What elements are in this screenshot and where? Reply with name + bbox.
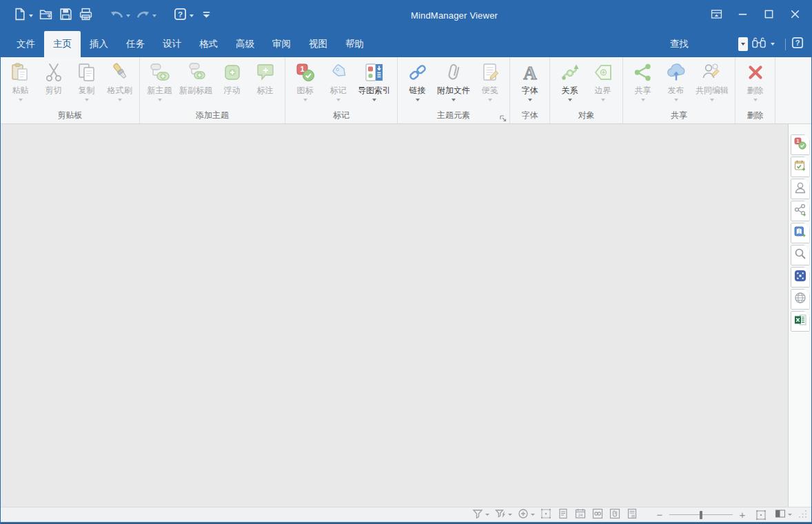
new-subtopic-button-label: 新副标题 (179, 85, 212, 96)
paste-button[interactable]: 粘贴 (4, 59, 37, 101)
link-button[interactable]: 链接 (401, 59, 434, 101)
find-dropdown-button[interactable] (738, 37, 748, 51)
zoom-slider-thumb[interactable] (700, 511, 702, 519)
tab-format[interactable]: 格式 (190, 31, 227, 57)
relationship-button-label: 关系 (562, 85, 578, 96)
web-pane[interactable] (791, 289, 810, 310)
delete-button[interactable]: 删除 (739, 59, 771, 101)
select-marquee-button[interactable] (540, 507, 552, 523)
svg-text:A: A (523, 63, 537, 83)
index-pane[interactable] (791, 223, 810, 243)
tab-design[interactable]: 设计 (154, 31, 190, 57)
search-pane[interactable] (791, 245, 810, 265)
presentation-pane[interactable] (791, 267, 810, 288)
chevron-down-icon (788, 514, 792, 516)
sb-marker-icon: 1 (793, 137, 807, 153)
minimize-button[interactable] (734, 8, 751, 24)
fit-map-button[interactable] (755, 509, 767, 521)
font-button[interactable]: A字体 (514, 59, 546, 101)
publish-button[interactable]: 发布 (660, 59, 692, 101)
new-subtopic-button[interactable]: 新副标题 (176, 59, 215, 96)
callout-button[interactable]: 标注 (249, 59, 281, 96)
chevron-down-icon (85, 99, 89, 101)
callout-icon (254, 61, 276, 83)
qat-undo-icon (110, 7, 124, 24)
resources-pane[interactable] (791, 179, 810, 199)
icon-markers-button-label: 图标 (297, 85, 314, 96)
task-dates-button[interactable]: 24 (574, 507, 587, 523)
save-button[interactable] (57, 6, 75, 26)
svg-text:24: 24 (578, 513, 583, 517)
excel-export-pane[interactable] (791, 311, 810, 332)
icon-markers-button[interactable]: 1图标 (289, 59, 321, 101)
undo-button[interactable] (108, 6, 132, 26)
redo-button[interactable] (134, 6, 159, 26)
chevron-down-icon (753, 99, 758, 101)
svg-text:?: ? (178, 10, 183, 19)
chevron-down-icon (641, 99, 645, 101)
new-topic-button[interactable]: 新主题 (143, 59, 176, 101)
maximize-button[interactable] (760, 8, 777, 24)
chevron-down-icon (336, 99, 341, 101)
new-document-button[interactable] (10, 6, 35, 26)
relationship-button[interactable]: 关系 (554, 59, 586, 101)
format-painter-button[interactable]: 格式刷 (103, 59, 136, 101)
help-button[interactable]: ? (171, 6, 196, 26)
notes-button-label: 便笺 (482, 85, 498, 96)
share-button[interactable]: 共享 (627, 59, 659, 101)
chevron-down-icon (488, 99, 492, 101)
filter-button[interactable] (471, 507, 489, 523)
quick-add-button[interactable] (517, 507, 535, 523)
win-max-icon (762, 8, 775, 23)
chevron-down-icon (771, 43, 775, 46)
search-binoculars-button[interactable] (751, 36, 775, 52)
zoom-slider[interactable] (669, 510, 733, 520)
print-button[interactable] (77, 6, 95, 26)
tab-advanced[interactable]: 高级 (227, 31, 263, 57)
boundary-button[interactable]: 边界 (587, 59, 619, 101)
map-parts-pane[interactable] (791, 201, 810, 221)
chevron-down-icon (674, 99, 678, 101)
topic-notes-button[interactable] (557, 507, 569, 523)
zoom-in-button[interactable]: + (737, 509, 748, 521)
task-info-button[interactable] (626, 507, 638, 523)
dialog-launcher-icon[interactable] (499, 113, 507, 121)
map-index-button[interactable]: 导图索引 (355, 59, 394, 101)
map-canvas[interactable] (1, 124, 788, 507)
st-marquee-icon (540, 507, 552, 523)
close-button[interactable] (786, 8, 803, 24)
task-info-pane[interactable] (791, 157, 810, 177)
cut-button[interactable]: 剪切 (37, 59, 70, 96)
resize-grip[interactable] (798, 509, 807, 521)
find-label[interactable]: 查找 (670, 38, 689, 50)
attachments-button[interactable] (609, 507, 621, 523)
power-filter-button[interactable] (494, 507, 512, 523)
tab-home[interactable]: 主页 (44, 31, 81, 57)
floating-topic-button[interactable]: 浮动 (216, 59, 248, 96)
marker-index-pane[interactable]: 1 (791, 134, 810, 155)
copy-button[interactable]: 复制 (70, 59, 103, 101)
hyperlinks-button[interactable] (591, 507, 604, 523)
notes-button[interactable]: 便笺 (474, 59, 506, 101)
attachment-button[interactable]: 附加文件 (434, 59, 473, 101)
open-file-button[interactable] (37, 6, 55, 26)
tags-button[interactable]: 标记 (322, 59, 354, 101)
share-group: 共享发布共同编辑共享 (623, 57, 735, 123)
tab-review[interactable]: 审阅 (263, 31, 300, 57)
ribbon-help-button[interactable]: ? (791, 36, 804, 52)
ribbon-tabs: 文件主页插入任务设计格式高级审阅视图帮助 (8, 31, 373, 57)
pane-layout-button[interactable] (774, 507, 792, 523)
collapse-ribbon-button[interactable] (708, 8, 724, 24)
topic-elements-group-buttons: 链接附加文件便笺 (401, 59, 506, 109)
tab-file[interactable]: 文件 (8, 31, 44, 57)
zoom-out-button[interactable]: − (654, 509, 665, 521)
copy-button-label: 复制 (79, 85, 95, 96)
coedit-button[interactable]: 共同编辑 (693, 59, 731, 101)
tab-help[interactable]: 帮助 (336, 31, 373, 57)
newtopic-icon (149, 61, 171, 83)
tab-view[interactable]: 视图 (300, 31, 336, 57)
tab-task[interactable]: 任务 (117, 31, 154, 57)
objects-group-label: 对象 (554, 109, 619, 123)
tab-insert[interactable]: 插入 (81, 31, 117, 57)
chevron-down-icon (126, 14, 130, 17)
